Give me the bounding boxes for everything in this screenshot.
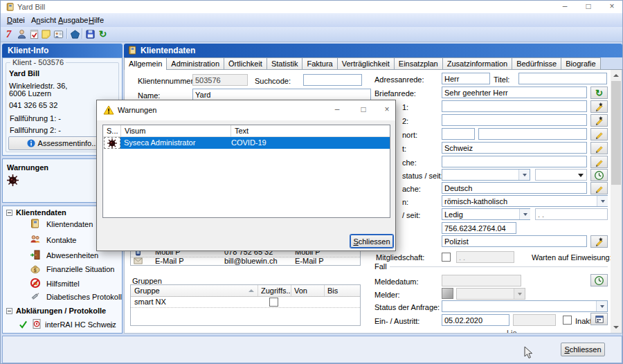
column-header-bis[interactable]: Bis xyxy=(327,286,355,295)
eintritt-field[interactable]: 05.02.2020 xyxy=(442,314,509,326)
aufenthaltsstatus-combo[interactable] xyxy=(442,169,530,181)
mitgliedschaft-label: Mitgliedschaft: xyxy=(376,253,424,262)
note-icon[interactable] xyxy=(39,28,53,40)
beruf-field[interactable]: Polizist xyxy=(442,235,587,247)
mitgliedschaft-checkbox[interactable] xyxy=(442,253,451,262)
gruppen-table: Gruppe Zugriffs... Von Bis smart NX xyxy=(130,284,361,326)
minimize-icon[interactable]: – xyxy=(332,105,342,115)
dialog-close-button[interactable]: Schliessen xyxy=(350,235,393,248)
wohnort-edit-button[interactable] xyxy=(590,128,608,140)
column-header-text[interactable]: Text xyxy=(231,125,390,137)
zivilstand-date-combo[interactable]: . . xyxy=(535,208,608,220)
tab-zusatzinformation[interactable]: Zusatzinformation xyxy=(443,57,512,70)
staat-label-partial: t: xyxy=(402,145,406,154)
table-row[interactable]: E-Mail P bill@bluewin.ch E-Mail P xyxy=(131,257,360,266)
chevron-down-icon[interactable] xyxy=(578,174,584,177)
chevron-down-icon[interactable] xyxy=(597,196,608,206)
tab-vertraeglichkeit[interactable]: Verträglichkeit xyxy=(338,57,395,70)
tab-einsatzplan[interactable]: Einsatzplan xyxy=(395,57,443,70)
column-header-visum[interactable]: Visum xyxy=(121,125,231,137)
zivilstand-combo[interactable]: Ledig xyxy=(442,208,530,220)
warning-row-icon-cell[interactable] xyxy=(104,137,120,149)
staat-edit-button[interactable] xyxy=(590,142,608,154)
chevron-down-icon[interactable] xyxy=(596,301,607,311)
maximize-icon[interactable]: □ xyxy=(584,2,593,12)
pencil-star-icon xyxy=(594,102,604,112)
close-icon[interactable]: × xyxy=(607,2,617,12)
minimize-icon[interactable]: – xyxy=(560,2,570,12)
tab-allgemein[interactable]: Allgemein xyxy=(124,57,167,71)
menu-ansicht[interactable]: Ansicht xyxy=(28,15,59,25)
name-field[interactable]: Yard xyxy=(192,89,371,100)
status-seit-date-combo[interactable] xyxy=(535,169,587,181)
menu-datei[interactable]: Datei xyxy=(4,15,28,25)
zugriff-checkbox[interactable] xyxy=(269,298,278,307)
save-icon[interactable] xyxy=(84,28,97,40)
konfession-combo[interactable]: römisch-katholisch xyxy=(442,195,608,207)
zusatz1-field[interactable] xyxy=(442,100,587,112)
pentagon-icon[interactable] xyxy=(69,28,82,40)
tab-faktura[interactable]: Faktura xyxy=(303,57,337,70)
maximize-icon[interactable]: □ xyxy=(359,105,368,115)
scroll-down-icon[interactable]: ∨ xyxy=(109,322,114,329)
collapse-icon[interactable] xyxy=(6,210,12,216)
column-header-s[interactable]: S... xyxy=(103,125,120,137)
sidebar-item-klientendaten[interactable]: Klientendaten xyxy=(46,220,93,229)
close-icon[interactable]: × xyxy=(382,105,392,115)
tab-statistik[interactable]: Statistik xyxy=(267,57,303,70)
sidebar-item-abwesenheiten[interactable]: Abwesenheiten xyxy=(46,251,98,260)
adressanrede-field[interactable]: Herr xyxy=(442,73,490,84)
tab-oertlichkeit[interactable]: Örtlichkeit xyxy=(224,57,267,70)
menu-hilfe[interactable]: Hilfe xyxy=(86,15,107,25)
briefanrede-refresh-button[interactable]: ↻ xyxy=(590,87,608,99)
titel-field[interactable] xyxy=(518,73,607,84)
tree-section-abklaerungen[interactable]: Abklärungen / Protokolle xyxy=(16,307,106,316)
table-row[interactable]: smart NX xyxy=(131,297,360,308)
briefanrede-field[interactable]: Sehr geehrter Herr xyxy=(442,87,587,98)
sidebar-item-hilfsmittel[interactable]: Hilfsmittel xyxy=(46,280,80,289)
collapse-icon[interactable] xyxy=(6,308,12,314)
person-icon[interactable] xyxy=(15,28,28,40)
sprache-edit-button[interactable] xyxy=(590,156,608,168)
person-card-icon[interactable] xyxy=(52,28,65,40)
melder-label: Melder: xyxy=(374,291,400,300)
ahv-nummer-field[interactable]: 756.6234.2764.04 xyxy=(442,222,516,234)
chevron-down-icon[interactable] xyxy=(518,170,530,180)
zusatz2-field[interactable] xyxy=(442,114,587,126)
chevron-down-icon[interactable] xyxy=(519,209,530,219)
close-button[interactable]: Schliessen xyxy=(561,343,605,356)
beruf-edit-button[interactable] xyxy=(590,235,608,248)
zusatz1-edit-button[interactable] xyxy=(590,100,608,113)
staat-field[interactable]: Schweiz xyxy=(442,142,587,154)
tab-biografie[interactable]: Biografie xyxy=(561,57,600,70)
vertical-scrollbar[interactable] xyxy=(611,70,622,333)
refresh-icon[interactable]: ↻ xyxy=(96,28,109,40)
sidebar-item-finanzielle-situation[interactable]: Finanzielle Situation xyxy=(46,265,114,274)
muttersprache-field[interactable]: Deutsch xyxy=(442,182,587,194)
muttersprache-edit-button[interactable] xyxy=(590,182,608,194)
table-row[interactable]: Syseca Administrator COVID-19 xyxy=(120,137,390,149)
status-anfrage-combo[interactable] xyxy=(442,300,608,312)
zusatz2-edit-button[interactable] xyxy=(590,114,608,127)
main-header: Klientendaten xyxy=(124,44,622,57)
meldedatum-history-button[interactable] xyxy=(590,274,608,286)
tree-section-klientendaten[interactable]: Klientendaten xyxy=(16,208,66,217)
info-icon xyxy=(27,139,35,147)
column-header-zugriff[interactable]: Zugriffs... xyxy=(261,286,290,295)
inaktiv-checkbox[interactable] xyxy=(563,316,572,325)
sidebar-item-kontakte[interactable]: Kontakte xyxy=(46,236,76,245)
mitgliedschaft-date-combo: . . xyxy=(456,251,514,263)
column-header-von[interactable]: Von xyxy=(294,286,322,295)
sprache-field[interactable] xyxy=(442,156,587,167)
status-history-button[interactable] xyxy=(590,169,608,181)
column-header-gruppe[interactable]: Gruppe xyxy=(134,286,238,295)
plz-field[interactable] xyxy=(442,128,475,140)
wohnort-field[interactable] xyxy=(478,128,587,140)
logo-7-icon[interactable]: 7 xyxy=(2,28,15,40)
tab-administration[interactable]: Administration xyxy=(167,57,224,70)
suchcode-field[interactable] xyxy=(303,74,362,86)
eintritt-calendar-button[interactable] xyxy=(590,313,608,325)
tab-beduerfnisse[interactable]: Bedürfnisse xyxy=(512,57,561,70)
sidebar-item-interrai[interactable]: interRAI HC Schweiz xyxy=(45,320,116,329)
sidebar-item-diabetisches-protokoll[interactable]: Diabetisches Protokoll xyxy=(46,293,122,302)
